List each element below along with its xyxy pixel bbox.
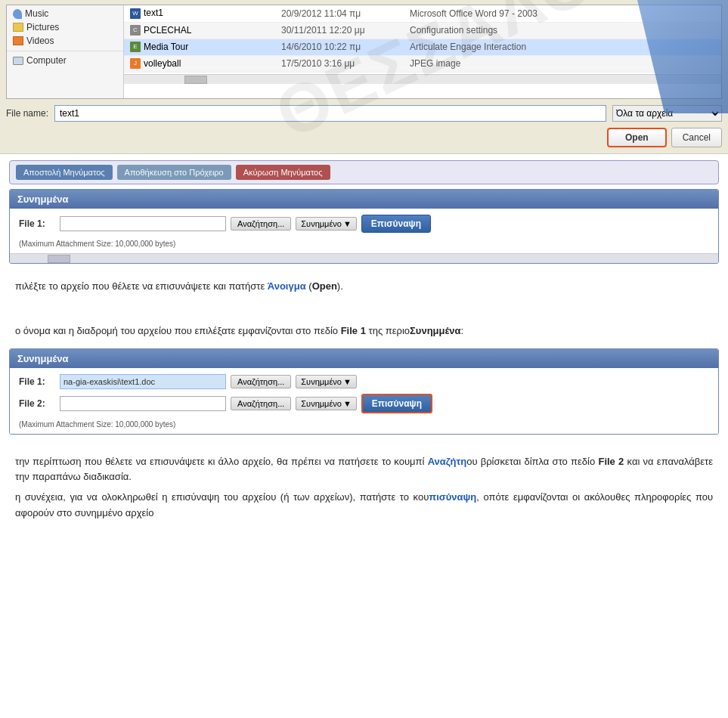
nav-videos[interactable]: Videos	[7, 34, 123, 48]
content1-text: πιλέξτε το αρχείο που θέλετε να επισυνάψ…	[15, 280, 268, 292]
file1-row: File 1: Αναζήτηση... Συνημμένο ▼ Επισύνα…	[19, 215, 709, 233]
attachment-section-1: Συνημμένα File 1: Αναζήτηση... Συνημμένο…	[9, 189, 719, 264]
config-icon: C	[130, 25, 141, 36]
attachment-scrollbar-1[interactable]	[10, 253, 718, 263]
table-row[interactable]: EMedia Tour 14/6/2010 10:22 πμ Articulat…	[124, 39, 721, 55]
attached-button-3[interactable]: Συνημμένο ▼	[296, 397, 357, 410]
content2-colon: :	[461, 325, 464, 336]
attached-chevron-2: ▼	[343, 377, 352, 386]
content3-bold1: File 2	[598, 456, 624, 467]
table-row[interactable]: Wtext1 20/9/2012 11:04 πμ Microsoft Offi…	[124, 5, 721, 22]
attachment-header-2: Συνημμένα	[10, 349, 718, 368]
content3-link1[interactable]: Αναζήτη	[428, 456, 467, 467]
content2-text-end: της περιο	[366, 325, 410, 336]
scrollbar-thumb	[184, 76, 207, 84]
attached-chevron-3: ▼	[343, 399, 352, 408]
attached-button-1[interactable]: Συνημμένο ▼	[296, 217, 357, 231]
content-paragraph-1: πιλέξτε το αρχείο που θέλετε να επισυνάψ…	[0, 268, 728, 308]
attached-chevron-1: ▼	[343, 219, 352, 228]
attached-button-2[interactable]: Συνημμένο ▼	[296, 375, 357, 388]
attachment-body-1: File 1: Αναζήτηση... Συνημμένο ▼ Επισύνα…	[10, 209, 718, 253]
file1-label: File 1:	[19, 218, 55, 229]
content1-text3: ).	[337, 280, 343, 292]
file-date-2: 14/6/2010 10:22 πμ	[275, 39, 404, 55]
file2-label: File 2:	[19, 398, 55, 409]
file-date-3: 17/5/2010 3:16 μμ	[275, 55, 404, 72]
filename-label: File name:	[6, 108, 48, 119]
save-draft-button[interactable]: Αποθήκευση στο Πρόχειρο	[117, 165, 231, 180]
nav-pictures-label: Pictures	[26, 22, 59, 32]
search-button-1[interactable]: Αναζήτηση...	[231, 217, 291, 231]
table-row[interactable]: CPCLECHAL 30/11/2011 12:20 μμ Configurat…	[124, 22, 721, 39]
attached-label-1: Συνημμένο	[301, 219, 342, 228]
nav-pictures[interactable]: Pictures	[7, 20, 123, 34]
content2-bold2: Συνημμένα	[410, 325, 461, 336]
search-button-3[interactable]: Αναζήτηση...	[231, 397, 291, 410]
file-table: Wtext1 20/9/2012 11:04 πμ Microsoft Offi…	[124, 5, 721, 73]
search-button-2[interactable]: Αναζήτηση...	[231, 375, 291, 388]
file1-row-2: File 1: Αναζήτηση... Συνημμένο ▼	[19, 374, 709, 389]
file-date-0: 20/9/2012 11:04 πμ	[275, 5, 404, 22]
content2-bold: File 1	[341, 325, 366, 336]
open-button[interactable]: Open	[607, 128, 667, 147]
content1-text2: (	[306, 280, 312, 292]
attachment-section-2: Συνημμένα File 1: Αναζήτηση... Συνημμένο…	[9, 348, 719, 435]
engage-icon: E	[130, 42, 141, 52]
attachment-header-1: Συνημμένα	[10, 190, 718, 209]
attachment-note-text-2: (Maximum Attachment Size: 10,000,000 byt…	[19, 420, 175, 429]
content2-text-start: ο όνομα και η διαδρομή του αρχείου που ε…	[15, 325, 341, 336]
content1-bold: Open	[312, 280, 337, 292]
attached-label-2: Συνημμένο	[301, 377, 342, 386]
content4-link1[interactable]: πισύναψη	[429, 491, 476, 503]
nav-videos-label: Videos	[26, 36, 54, 46]
nav-music[interactable]: Music	[7, 7, 123, 20]
content-paragraph-3: την περίπτωση που θέλετε να επισυνάψετε …	[0, 454, 728, 491]
send-message-button[interactable]: Αποστολή Μηνύματος	[16, 165, 113, 180]
filename-input[interactable]	[54, 105, 606, 122]
file1-input-2[interactable]	[60, 374, 226, 389]
file2-row: File 2: Αναζήτηση... Συνημμένο ▼ Επισύνα…	[19, 394, 709, 413]
file-name-pclechal: PCLECHAL	[144, 25, 191, 36]
content1-link[interactable]: Άνοιγμα	[268, 280, 306, 292]
content-paragraph-2: ο όνομα και η διαδρομή του αρχείου που ε…	[0, 323, 728, 344]
content-paragraph-4: η συνέχεια, για να ολοκληρωθεί η επισύνα…	[0, 490, 728, 526]
file-list: Wtext1 20/9/2012 11:04 πμ Microsoft Offi…	[124, 5, 721, 98]
nav-computer[interactable]: Computer	[7, 54, 123, 67]
file-name-mediatour: Media Tour	[144, 42, 188, 52]
attachment-scrollbar-thumb-1	[48, 255, 70, 263]
attachment-note-1: (Maximum Attachment Size: 10,000,000 byt…	[19, 237, 709, 249]
file-name-text1: text1	[144, 8, 163, 18]
attach-button-2[interactable]: Επισύναψη	[361, 394, 432, 413]
file1-input[interactable]	[60, 216, 226, 231]
nav-computer-label: Computer	[26, 55, 67, 66]
attached-label-3: Συνημμένο	[301, 399, 342, 408]
dialog-buttons: Open Cancel	[0, 125, 728, 153]
file-date-1: 30/11/2011 12:20 μμ	[275, 22, 404, 39]
file-dialog-area: Music Pictures Videos Computer	[6, 5, 722, 99]
attach-button-1[interactable]: Επισύναψη	[361, 215, 431, 233]
jpeg-icon: J	[130, 58, 141, 69]
filename-row: File name: Όλα τα αρχεία	[0, 102, 728, 125]
horizontal-scrollbar[interactable]	[124, 74, 721, 84]
content3-text1: την περίπτωση που θέλετε να επισυνάψετε …	[15, 456, 428, 467]
spacer-2	[0, 439, 728, 454]
attachment-note-text-1: (Maximum Attachment Size: 10,000,000 byt…	[19, 240, 175, 248]
table-row[interactable]: Jvolleyball 17/5/2010 3:16 μμ JPEG image	[124, 55, 721, 72]
cancel-message-button[interactable]: Ακύρωση Μηνύματος	[236, 165, 330, 180]
word-icon: W	[130, 8, 141, 19]
pictures-icon	[13, 23, 23, 32]
content4-text1: η συνέχεια, για να ολοκληρωθεί η επισύνα…	[15, 491, 429, 503]
file2-input[interactable]	[60, 396, 226, 411]
cancel-button[interactable]: Cancel	[671, 128, 722, 147]
computer-icon	[13, 57, 23, 65]
nav-music-label: Music	[25, 8, 48, 19]
file-name-volleyball: volleyball	[144, 58, 181, 69]
file1-label-2: File 1:	[19, 376, 55, 387]
videos-icon	[13, 36, 23, 45]
attachment-note-2: (Maximum Attachment Size: 10,000,000 byt…	[19, 418, 709, 429]
email-toolbar: Αποστολή Μηνύματος Αποθήκευση στο Πρόχει…	[9, 160, 719, 184]
spacer-1	[0, 308, 728, 323]
attachment-body-2: File 1: Αναζήτηση... Συνημμένο ▼ File 2:…	[10, 368, 718, 434]
left-nav-panel: Music Pictures Videos Computer	[7, 5, 124, 98]
music-icon	[13, 9, 22, 19]
